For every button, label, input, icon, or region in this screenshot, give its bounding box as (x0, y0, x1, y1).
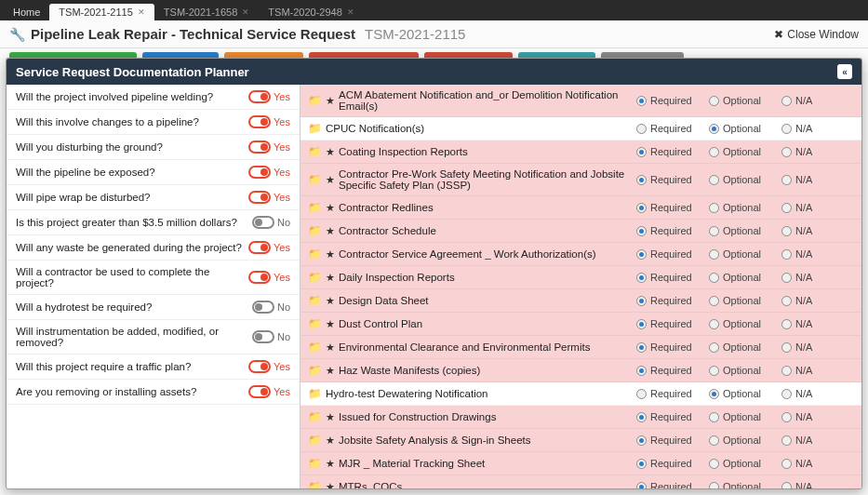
page-header: 🔧 Pipeline Leak Repair - Technical Servi… (0, 20, 868, 48)
page-record-id: TSM-2021-2115 (365, 26, 465, 42)
modal-collapse-button[interactable]: « (837, 64, 852, 72)
tab-record-2[interactable]: TSM-2020-2948✕ (259, 4, 364, 20)
tab-close-icon[interactable]: ✕ (138, 7, 145, 17)
tab-close-icon[interactable]: ✕ (347, 7, 354, 17)
tab-home[interactable]: Home (4, 4, 49, 20)
modal-header: Service Request Documentation Planner « (7, 59, 861, 72)
close-window-button[interactable]: ✖ Close Window (774, 28, 859, 41)
page-title: Pipeline Leak Repair - Technical Service… (31, 26, 355, 42)
tab-close-icon[interactable]: ✕ (242, 7, 249, 17)
wrench-icon: 🔧 (9, 27, 25, 42)
modal-title: Service Request Documentation Planner (16, 65, 249, 73)
documentation-planner-modal: Service Request Documentation Planner « … (6, 58, 862, 72)
close-icon: ✖ (774, 28, 783, 41)
top-tab-bar: Home TSM-2021-2115✕TSM-2021-1658✕TSM-202… (0, 0, 868, 20)
tab-record-1[interactable]: TSM-2021-1658✕ (154, 4, 260, 20)
tab-record-0[interactable]: TSM-2021-2115✕ (49, 4, 154, 20)
